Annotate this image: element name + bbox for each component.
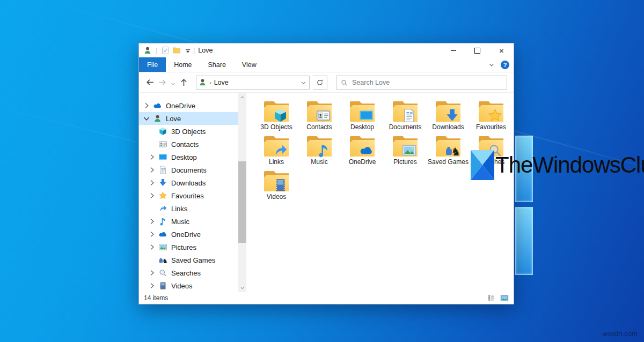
folder-item-label: 3D Objects xyxy=(255,123,298,131)
tab-view[interactable]: View xyxy=(234,57,265,72)
file-grid: 3D ObjectsContactsDesktopDocumentsDownlo… xyxy=(255,101,514,200)
large-icons-view-icon[interactable] xyxy=(500,294,509,302)
address-dropdown-icon[interactable] xyxy=(300,79,307,86)
help-icon[interactable]: ? xyxy=(501,61,509,69)
sidebar-item-label: Searches xyxy=(171,269,201,277)
folder-item-onedrive[interactable]: OneDrive xyxy=(341,136,384,166)
chevron-right-icon[interactable] xyxy=(148,243,156,251)
sidebar-item-links[interactable]: Links xyxy=(139,202,238,215)
scrollbar-thumb[interactable] xyxy=(238,161,246,243)
window-controls: × xyxy=(441,43,514,57)
sidebar-item-searches[interactable]: Searches xyxy=(139,266,238,279)
back-icon[interactable] xyxy=(145,78,155,87)
customize-qat-icon[interactable] xyxy=(184,46,192,55)
scroll-up-icon[interactable] xyxy=(238,93,246,101)
sidebar-item-saved-games[interactable]: ♞Saved Games xyxy=(139,254,238,266)
refresh-icon xyxy=(316,79,324,86)
ribbon-collapse-icon[interactable] xyxy=(488,61,495,69)
sidebar-item-onedrive[interactable]: OneDrive xyxy=(139,99,238,112)
new-folder-icon[interactable] xyxy=(172,46,181,55)
chevron-right-icon[interactable] xyxy=(142,101,151,110)
refresh-button[interactable] xyxy=(313,76,327,90)
folder-item-links[interactable]: Links xyxy=(255,136,298,166)
cube-icon xyxy=(158,127,167,136)
chevron-right-icon[interactable] xyxy=(148,191,156,200)
chevron-right-icon[interactable] xyxy=(148,166,156,174)
ribbon-tabs: FileHomeShareView ? xyxy=(139,57,514,72)
sidebar-item-3d-objects[interactable]: 3D Objects xyxy=(139,125,238,138)
sidebar-item-love[interactable]: Love xyxy=(139,112,238,125)
tab-file[interactable]: File xyxy=(139,57,166,72)
sidebar-scrollbar[interactable] xyxy=(238,93,246,292)
search-input[interactable]: Search Love xyxy=(336,76,507,90)
address-bar[interactable]: › Love xyxy=(196,76,310,90)
sidebar-item-label: Love xyxy=(166,115,181,123)
chevron-right-icon[interactable] xyxy=(148,153,156,161)
sidebar-item-contacts[interactable]: Contacts xyxy=(139,138,238,151)
folder-item-searches[interactable]: Searches xyxy=(470,136,513,166)
watermark-text: wsxdn.com xyxy=(603,330,638,338)
sidebar-item-pictures[interactable]: Pictures xyxy=(139,241,238,254)
sidebar-item-onedrive[interactable]: OneDrive xyxy=(139,228,238,241)
folder-item-saved-games[interactable]: ♞Saved Games xyxy=(427,136,470,166)
scroll-down-icon[interactable] xyxy=(238,284,246,292)
folder-item-downloads[interactable]: Downloads xyxy=(427,101,470,131)
folder-icon xyxy=(264,171,289,191)
cloud-icon xyxy=(359,143,374,158)
sidebar-item-label: Links xyxy=(171,205,187,213)
properties-icon[interactable] xyxy=(161,46,170,55)
close-button[interactable]: × xyxy=(489,43,514,57)
chevron-right-icon[interactable] xyxy=(148,230,156,239)
folder-icon xyxy=(350,101,375,122)
chevron-right-icon[interactable] xyxy=(148,179,156,187)
sidebar-item-label: Favourites xyxy=(171,192,204,200)
folder-item-music[interactable]: Music xyxy=(298,136,341,166)
folder-item-label: OneDrive xyxy=(341,158,384,166)
chevron-spacer xyxy=(148,127,156,136)
document-icon xyxy=(158,166,167,174)
sidebar-item-label: Music xyxy=(171,218,189,226)
sidebar-item-videos[interactable]: Videos xyxy=(139,279,238,292)
up-icon[interactable] xyxy=(179,78,188,87)
folder-item-documents[interactable]: Documents xyxy=(384,101,427,131)
details-view-icon[interactable] xyxy=(487,294,495,302)
user-folder-icon[interactable] xyxy=(143,46,152,55)
chevron-spacer xyxy=(148,140,156,148)
chevron-right-icon[interactable] xyxy=(148,217,156,226)
folder-item-videos[interactable]: Videos xyxy=(255,171,298,200)
folder-item-pictures[interactable]: Pictures xyxy=(384,136,427,166)
folder-item-3d-objects[interactable]: 3D Objects xyxy=(255,101,298,131)
titlebar[interactable]: | | Love × xyxy=(139,43,514,57)
folder-item-label: Contacts xyxy=(298,123,341,131)
chevron-right-icon[interactable] xyxy=(148,269,156,277)
folder-icon xyxy=(264,101,289,122)
quick-access-toolbar: | xyxy=(143,46,192,55)
tab-share[interactable]: Share xyxy=(200,57,234,72)
folder-item-favourites[interactable]: Favourites xyxy=(470,101,513,131)
breadcrumb[interactable]: Love xyxy=(214,79,300,86)
chevron-right-icon[interactable] xyxy=(148,281,156,290)
music-note-icon xyxy=(316,143,331,158)
sidebar-item-favourites[interactable]: Favourites xyxy=(139,189,238,202)
chevron-down-icon[interactable] xyxy=(142,114,151,123)
sidebar-item-documents[interactable]: Documents xyxy=(139,163,238,176)
sidebar-item-downloads[interactable]: Downloads xyxy=(139,176,238,189)
minimize-button[interactable] xyxy=(441,43,465,57)
navigation-toolbar: › Love Search Love xyxy=(139,72,514,93)
tab-home[interactable]: Home xyxy=(166,57,200,72)
history-dropdown-icon[interactable] xyxy=(170,79,176,85)
wallpaper-windows-logo-pane xyxy=(515,207,533,275)
folder-item-label: Favourites xyxy=(470,123,513,131)
folder-item-desktop[interactable]: Desktop xyxy=(341,101,384,131)
film-icon xyxy=(273,178,288,192)
sidebar-item-desktop[interactable]: Desktop xyxy=(139,151,238,163)
window-body: OneDriveLove3D ObjectsContactsDesktopDoc… xyxy=(139,93,514,292)
forward-icon[interactable] xyxy=(158,78,167,87)
maximize-button[interactable] xyxy=(465,43,489,57)
sidebar-item-music[interactable]: Music xyxy=(139,215,238,228)
search-icon xyxy=(341,79,348,86)
folder-item-contacts[interactable]: Contacts xyxy=(298,101,341,131)
svg-text:♞: ♞ xyxy=(451,145,459,158)
sidebar-item-label: 3D Objects xyxy=(171,128,206,136)
folder-item-label: Saved Games xyxy=(427,158,470,166)
